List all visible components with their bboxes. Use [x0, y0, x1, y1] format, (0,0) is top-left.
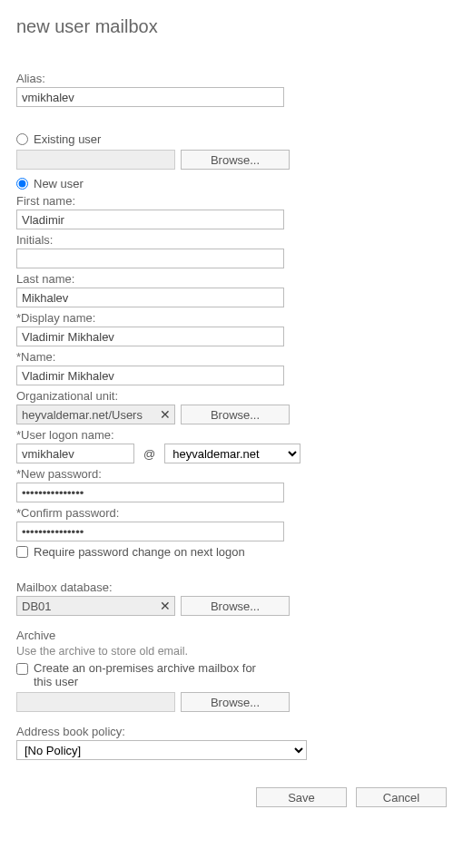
existing-user-box	[16, 150, 175, 170]
mailbox-db-box: DB01 ✕	[16, 596, 175, 616]
mailbox-db-browse-button[interactable]: Browse...	[181, 596, 290, 616]
archive-checkbox[interactable]	[16, 663, 28, 675]
org-unit-box: heyvaldemar.net/Users ✕	[16, 405, 175, 424]
existing-user-radio[interactable]	[16, 133, 28, 145]
new-user-radio[interactable]	[16, 178, 28, 190]
initials-input[interactable]	[16, 249, 284, 268]
require-change-checkbox[interactable]	[16, 546, 28, 558]
page-title: new user mailbox	[16, 16, 447, 37]
require-change-label: Require password change on next logon	[34, 545, 245, 559]
alias-label: Alias:	[16, 72, 447, 85]
mailbox-db-label: Mailbox database:	[16, 580, 447, 594]
save-button[interactable]: Save	[256, 787, 347, 807]
initials-label: Initials:	[16, 233, 447, 247]
display-name-label: *Display name:	[16, 311, 447, 325]
org-unit-browse-button[interactable]: Browse...	[181, 405, 290, 424]
org-unit-label: Organizational unit:	[16, 389, 447, 403]
last-name-label: Last name:	[16, 272, 447, 286]
first-name-label: First name:	[16, 194, 447, 208]
new-user-label: New user	[34, 177, 84, 190]
confirm-password-label: *Confirm password:	[16, 506, 447, 520]
logon-name-input[interactable]	[16, 444, 134, 463]
logon-domain-select[interactable]: heyvaldemar.net	[164, 444, 300, 463]
archive-opt-label: Create an on-premises archive mailbox fo…	[34, 661, 270, 688]
name-label: *Name:	[16, 350, 447, 364]
logon-label: *User logon name:	[16, 428, 447, 442]
existing-user-label: Existing user	[34, 132, 101, 146]
archive-db-box	[16, 692, 175, 712]
last-name-input[interactable]	[16, 288, 284, 307]
archive-title: Archive	[16, 629, 447, 642]
abp-label: Address book policy:	[16, 725, 447, 738]
alias-input[interactable]	[16, 87, 284, 107]
existing-user-browse-button[interactable]: Browse...	[181, 150, 290, 170]
at-symbol: @	[140, 447, 159, 461]
mailbox-db-value: DB01	[17, 600, 156, 613]
display-name-input[interactable]	[16, 327, 284, 346]
new-password-label: *New password:	[16, 467, 447, 481]
abp-select[interactable]: [No Policy]	[16, 740, 307, 760]
new-password-input[interactable]	[16, 483, 284, 502]
confirm-password-input[interactable]	[16, 522, 284, 541]
org-unit-value: heyvaldemar.net/Users	[17, 408, 156, 422]
name-input[interactable]	[16, 366, 284, 385]
archive-hint: Use the archive to store old email.	[16, 645, 188, 658]
archive-browse-button[interactable]: Browse...	[181, 692, 290, 712]
org-unit-clear-icon[interactable]: ✕	[156, 407, 174, 422]
cancel-button[interactable]: Cancel	[356, 787, 447, 807]
first-name-input[interactable]	[16, 210, 284, 229]
mailbox-db-clear-icon[interactable]: ✕	[156, 599, 174, 613]
